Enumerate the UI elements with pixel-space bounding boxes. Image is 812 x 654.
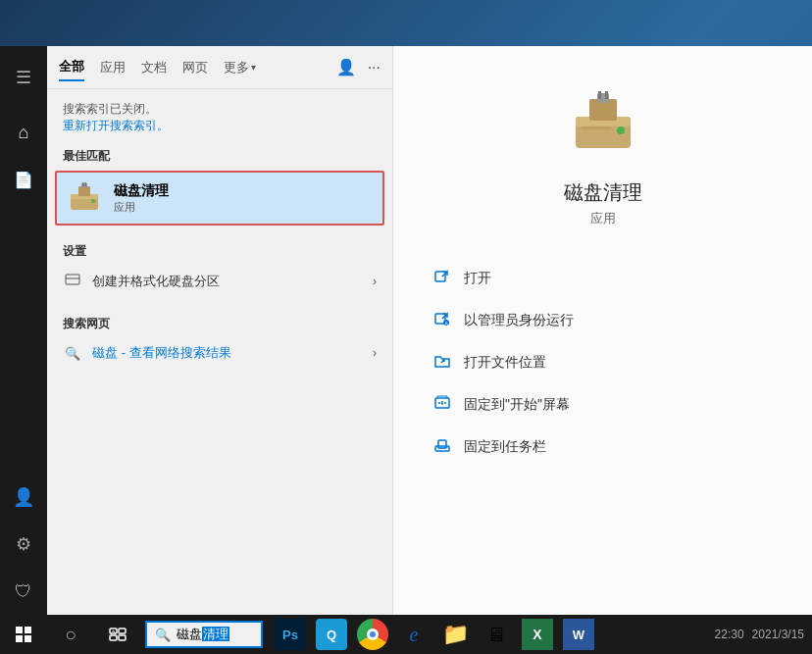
tab-docs[interactable]: 文档 bbox=[141, 55, 167, 80]
action-open[interactable]: 打开 bbox=[432, 257, 773, 299]
tab-right-area: 👤 ··· bbox=[336, 58, 381, 76]
tab-web[interactable]: 网页 bbox=[182, 55, 208, 80]
right-panel: 磁盘清理 应用 打开 bbox=[392, 46, 812, 615]
best-match-name: 磁盘清理 bbox=[114, 182, 169, 200]
search-selected-text: 清理 bbox=[202, 627, 229, 641]
chevron-down-icon: ▾ bbox=[251, 62, 256, 73]
raidrive-app[interactable]: Q bbox=[312, 615, 351, 654]
svg-rect-13 bbox=[598, 91, 601, 99]
action-open-text: 打开 bbox=[464, 270, 491, 287]
right-app-icon bbox=[564, 85, 642, 164]
settings-item-text: 创建并格式化硬盘分区 bbox=[92, 273, 363, 290]
svg-rect-16 bbox=[582, 126, 611, 129]
document-icon[interactable]: 📄 bbox=[0, 156, 47, 203]
open-icon bbox=[432, 269, 452, 287]
taskbar-search-icon: 🔍 bbox=[155, 628, 171, 642]
arrow-right-icon: › bbox=[373, 275, 377, 288]
web-search-suffix: - 查看网络搜索结果 bbox=[122, 345, 231, 360]
best-match-item[interactable]: 磁盘清理 应用 bbox=[55, 171, 384, 226]
more-options-icon[interactable]: ··· bbox=[368, 59, 381, 76]
hamburger-icon[interactable]: ☰ bbox=[0, 54, 47, 101]
svg-rect-7 bbox=[66, 275, 79, 284]
chrome-app[interactable] bbox=[353, 615, 392, 654]
search-area: 全部 应用 文档 网页 更多 ▾ 👤 ··· 搜索索引已关闭。 重新打开搜索索引… bbox=[47, 46, 392, 615]
folder-icon bbox=[432, 353, 452, 372]
search-notice-text: 搜索索引已关闭。 bbox=[63, 101, 377, 118]
web-section-label: 搜索网页 bbox=[63, 308, 377, 336]
svg-rect-27 bbox=[438, 440, 446, 448]
ie-app[interactable]: e bbox=[394, 615, 433, 654]
settings-item-partition[interactable]: 创建并格式化硬盘分区 › bbox=[63, 264, 377, 298]
svg-point-6 bbox=[91, 199, 95, 203]
shield-icon[interactable]: 🛡 bbox=[0, 568, 47, 615]
taskbar-search-text: 磁盘清理 bbox=[177, 626, 229, 643]
right-actions: 打开 A 以管理员身份运行 bbox=[393, 257, 812, 468]
tab-more[interactable]: 更多 ▾ bbox=[224, 59, 256, 76]
sidebar: ☰ ⌂ 📄 👤 ⚙ 🛡 bbox=[0, 46, 47, 615]
tab-apps[interactable]: 应用 bbox=[100, 55, 126, 80]
pin-start-icon bbox=[432, 395, 452, 414]
desktop: ☰ ⌂ 📄 👤 ⚙ 🛡 全部 应用 文档 网页 更多 ▾ 👤 bbox=[0, 0, 812, 654]
search-web-icon: 🔍 bbox=[63, 346, 82, 361]
action-pin-taskbar[interactable]: 固定到任务栏 bbox=[432, 426, 773, 468]
disk-cleanup-app-icon bbox=[67, 180, 102, 216]
search-query-text: 磁盘 bbox=[177, 627, 202, 641]
svg-rect-4 bbox=[82, 182, 84, 186]
right-app-type: 应用 bbox=[590, 210, 616, 227]
svg-point-15 bbox=[617, 126, 625, 134]
svg-rect-5 bbox=[85, 182, 87, 186]
explorer-app[interactable]: 📁 bbox=[435, 615, 475, 654]
web-search-query: 磁盘 bbox=[92, 345, 118, 360]
best-match-info: 磁盘清理 应用 bbox=[114, 182, 169, 215]
svg-rect-29 bbox=[25, 627, 31, 633]
tab-all[interactable]: 全部 bbox=[59, 54, 84, 81]
start-button[interactable] bbox=[0, 615, 47, 654]
svg-rect-14 bbox=[605, 91, 608, 99]
start-menu: ☰ ⌂ 📄 👤 ⚙ 🛡 全部 应用 文档 网页 更多 ▾ 👤 bbox=[0, 46, 392, 615]
partition-icon bbox=[63, 272, 82, 290]
action-file-location-text: 打开文件位置 bbox=[464, 354, 546, 372]
reopen-index-link[interactable]: 重新打开搜索索引。 bbox=[63, 119, 169, 132]
svg-rect-17 bbox=[435, 272, 445, 281]
cortana-search-button[interactable]: ○ bbox=[47, 615, 94, 654]
action-pin-start-text: 固定到"开始"屏幕 bbox=[464, 396, 570, 414]
admin-icon: A bbox=[432, 311, 452, 329]
settings-label: 设置 bbox=[63, 235, 377, 264]
action-pin-start[interactable]: 固定到"开始"屏幕 bbox=[432, 383, 773, 426]
web-search-item[interactable]: 🔍 磁盘 - 查看网络搜索结果 › bbox=[63, 336, 377, 370]
right-app-name: 磁盘清理 bbox=[564, 179, 642, 206]
word-app[interactable]: W bbox=[559, 615, 598, 654]
home-icon[interactable]: ⌂ bbox=[0, 109, 47, 156]
taskbar-search-box[interactable]: 🔍 磁盘清理 bbox=[145, 621, 263, 648]
taskbar-date: 2021/3/15 bbox=[752, 628, 804, 641]
taskbar-time: 22:30 bbox=[715, 628, 744, 641]
action-file-location[interactable]: 打开文件位置 bbox=[432, 341, 773, 383]
tab-bar: 全部 应用 文档 网页 更多 ▾ 👤 ··· bbox=[47, 46, 392, 89]
excel-app[interactable]: X bbox=[518, 615, 557, 654]
photoshop-app[interactable]: Ps bbox=[271, 615, 310, 654]
settings-section: 设置 创建并格式化硬盘分区 › bbox=[47, 226, 392, 302]
web-arrow-icon: › bbox=[373, 346, 377, 360]
svg-rect-30 bbox=[16, 635, 23, 642]
action-admin-text: 以管理员身份运行 bbox=[464, 312, 574, 329]
svg-rect-3 bbox=[81, 183, 87, 188]
user-icon[interactable]: 👤 bbox=[336, 58, 356, 76]
best-match-label: 最佳匹配 bbox=[47, 138, 392, 171]
taskbar-apps: Ps Q e 📁 🖥 X bbox=[271, 615, 598, 654]
pin-taskbar-icon bbox=[432, 437, 452, 456]
web-section: 搜索网页 🔍 磁盘 - 查看网络搜索结果 › bbox=[47, 302, 392, 376]
svg-rect-31 bbox=[25, 635, 31, 642]
person-icon[interactable]: 👤 bbox=[0, 474, 47, 521]
bottom-ai-label: Ai bbox=[90, 615, 139, 654]
monitor-app[interactable]: 🖥 bbox=[477, 615, 516, 654]
best-match-type: 应用 bbox=[114, 200, 169, 215]
action-admin[interactable]: A 以管理员身份运行 bbox=[432, 299, 773, 341]
web-search-text: 磁盘 - 查看网络搜索结果 bbox=[92, 344, 231, 362]
settings-icon[interactable]: ⚙ bbox=[0, 521, 47, 568]
tab-more-label: 更多 bbox=[224, 59, 249, 76]
action-pin-taskbar-text: 固定到任务栏 bbox=[464, 438, 546, 456]
search-notice: 搜索索引已关闭。 重新打开搜索索引。 bbox=[47, 89, 392, 138]
svg-rect-28 bbox=[16, 627, 23, 633]
